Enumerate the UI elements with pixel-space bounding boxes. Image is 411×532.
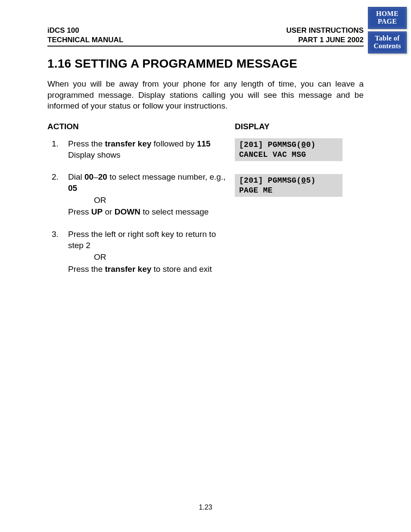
page-content: iDCS 100 TECHNICAL MANUAL USER INSTRUCTI…	[0, 0, 411, 286]
up-key: UP	[91, 207, 103, 216]
header-product: iDCS 100	[47, 26, 123, 35]
running-header: iDCS 100 TECHNICAL MANUAL USER INSTRUCTI…	[47, 26, 364, 47]
code-115: 115	[197, 139, 211, 148]
step-text: Display shows	[68, 150, 120, 159]
display-cursor: 0	[301, 176, 306, 185]
action-display-columns: ACTION Press the transfer key followed b…	[47, 122, 364, 286]
step-text: Dial	[68, 172, 84, 181]
header-manual: TECHNICAL MANUAL	[47, 35, 123, 45]
section-title: 1.16 SETTING A PROGRAMMED MESSAGE	[47, 57, 364, 71]
action-heading: ACTION	[47, 122, 226, 131]
lcd-display-1: [201] PGMMSG(00) CANCEL VAC MSG	[235, 138, 342, 161]
down-key: DOWN	[115, 207, 140, 216]
intro-paragraph: When you will be away from your phone fo…	[47, 78, 364, 112]
range-end: 20	[98, 172, 107, 181]
step-text: Press	[68, 207, 91, 216]
dash: –	[93, 172, 98, 181]
header-doc-type: USER INSTRUCTIONS	[286, 26, 364, 35]
step-text: Press the left or right soft key to retu…	[68, 230, 216, 250]
action-column: ACTION Press the transfer key followed b…	[47, 122, 226, 286]
lcd-display-2: [201] PGMMSG(05) PAGE ME	[235, 174, 342, 197]
or-separator: OR	[68, 252, 226, 263]
or-separator: OR	[68, 195, 226, 206]
header-part-date: PART 1 JUNE 2002	[286, 35, 364, 45]
step-text: Press the	[68, 264, 105, 274]
step-text: to store and exit	[151, 264, 212, 274]
display-text: CANCEL VAC MSG	[239, 150, 306, 159]
page-number: 1.23	[0, 504, 411, 511]
transfer-key-label: transfer key	[105, 139, 152, 148]
header-left: iDCS 100 TECHNICAL MANUAL	[47, 26, 123, 45]
display-text: [201] PGMMSG(	[239, 140, 301, 149]
display-column: DISPLAY [201] PGMMSG(00) CANCEL VAC MSG …	[235, 122, 364, 286]
transfer-key-label: transfer key	[105, 264, 152, 274]
display-text: 5)	[306, 176, 315, 185]
step-2: Dial 00–20 to select message number, e.g…	[47, 171, 226, 218]
step-text: Press the	[68, 139, 105, 148]
display-heading: DISPLAY	[235, 122, 364, 131]
step-text: to select message	[140, 207, 209, 216]
step-1: Press the transfer key followed by 115 D…	[47, 138, 226, 160]
step-text: to select message number, e.g.,	[107, 172, 226, 181]
step-text: or	[103, 207, 114, 216]
display-cursor: 0	[301, 140, 306, 149]
display-text: 0)	[306, 140, 315, 149]
step-3: Press the left or right soft key to retu…	[47, 229, 226, 275]
display-text: PAGE ME	[239, 186, 273, 195]
example-value: 05	[68, 184, 77, 193]
step-text: followed by	[151, 139, 197, 148]
range-start: 00	[84, 172, 93, 181]
display-text: [201] PGMMSG(	[239, 176, 301, 185]
steps-list: Press the transfer key followed by 115 D…	[47, 138, 226, 274]
header-right: USER INSTRUCTIONS PART 1 JUNE 2002	[286, 26, 364, 45]
